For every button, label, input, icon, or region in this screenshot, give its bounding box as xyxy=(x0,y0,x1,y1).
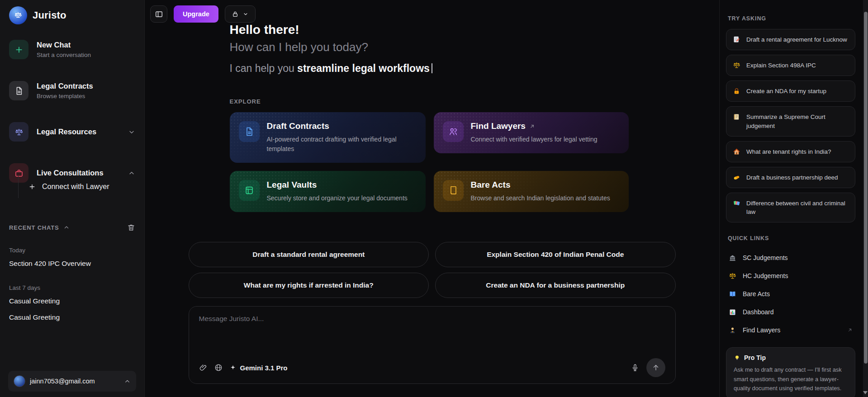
scrollbar-down-arrow[interactable] xyxy=(863,391,868,394)
pro-tip-body: Ask me to draft any contract — I'll firs… xyxy=(734,365,848,393)
card-desc: AI-powered contract drafting with verifi… xyxy=(267,135,417,154)
card-title: Draft Contracts xyxy=(267,121,417,131)
card-title: Bare Acts xyxy=(471,180,610,190)
card-draft-contracts[interactable]: Draft Contracts AI-powered contract draf… xyxy=(230,112,426,163)
arrow-up-icon xyxy=(652,364,660,372)
nav-label: New Chat xyxy=(37,41,91,49)
card-title: Legal Vaults xyxy=(267,180,408,190)
typing-line: I can help you streamline legal workflow… xyxy=(230,62,658,75)
card-bare-acts[interactable]: Bare Acts Browse and search Indian legis… xyxy=(434,171,629,212)
chevron-up-icon xyxy=(124,378,131,385)
quick-link-hc-judgements[interactable]: HC Judgements xyxy=(726,267,855,285)
card-find-lawyers[interactable]: Find Lawyers Connect with verified lawye… xyxy=(434,112,629,153)
privacy-dropdown[interactable] xyxy=(225,5,256,23)
sidebar-item-legal-contracts[interactable]: Legal Contracts Browse templates xyxy=(9,81,135,100)
lightbulb-icon xyxy=(734,354,740,361)
chat-group-label: Today xyxy=(9,247,135,254)
chat-list-item[interactable]: Section 420 IPC Overview xyxy=(8,255,136,272)
subnav-label: Connect with Lawyer xyxy=(42,183,109,191)
chat-list-item[interactable]: Casual Greeting xyxy=(8,293,136,309)
try-asking-item[interactable]: Draft a rental agreement for Lucknow xyxy=(726,29,855,50)
handshake-icon xyxy=(733,174,740,181)
card-legal-vaults[interactable]: Legal Vaults Securely store and organize… xyxy=(230,171,426,212)
bank-icon xyxy=(729,254,736,262)
pro-tip-card: Pro Tip Ask me to draft any contract — I… xyxy=(726,347,855,397)
nav-sub: Start a conversation xyxy=(37,52,91,58)
sidebar-item-connect-with-lawyer[interactable]: Connect with Lawyer xyxy=(27,179,136,194)
card-desc: Browse and search Indian legislation and… xyxy=(471,194,610,203)
upgrade-button[interactable]: Upgrade xyxy=(174,5,218,23)
memo-icon xyxy=(733,36,740,43)
account-menu[interactable]: jainn7053@gmail.com xyxy=(8,371,136,392)
send-button[interactable] xyxy=(646,358,665,377)
plus-icon xyxy=(28,183,36,190)
quick-link-bare-acts[interactable]: Bare Acts xyxy=(726,285,855,303)
quick-link-dashboard[interactable]: Dashboard xyxy=(726,303,855,321)
open-book-icon xyxy=(729,290,736,298)
users-icon xyxy=(443,121,464,142)
chevron-down-icon xyxy=(243,11,248,17)
chevron-down-icon[interactable] xyxy=(128,128,135,136)
suggestion-pill[interactable]: Draft a standard rental agreement xyxy=(189,242,429,267)
try-asking-item[interactable]: Difference between civil and criminal la… xyxy=(726,193,855,222)
sidebar-item-legal-resources[interactable]: Legal Resources xyxy=(9,122,135,142)
suggestion-pill[interactable]: Create an NDA for a business partnership xyxy=(435,273,676,298)
document-icon xyxy=(239,121,260,142)
main-chat-area: Upgrade Hello there! How can I help you … xyxy=(145,0,719,397)
arrow-up-right-icon xyxy=(529,123,535,129)
model-selector[interactable]: Gemini 3.1 Pro xyxy=(230,364,288,372)
chat-group-label: Last 7 days xyxy=(9,284,135,291)
live-consultations-subnav: Connect with Lawyer xyxy=(18,175,136,198)
card-desc: Connect with verified lawyers for legal … xyxy=(471,135,598,144)
plus-icon xyxy=(9,40,28,59)
try-asking-item[interactable]: Create an NDA for my startup xyxy=(726,80,855,102)
sparkle-icon xyxy=(230,364,236,371)
message-input[interactable] xyxy=(199,315,665,358)
scroll-icon xyxy=(733,113,740,121)
juristo-logo-icon xyxy=(9,6,27,24)
house-icon xyxy=(733,148,740,156)
card-title: Find Lawyers xyxy=(471,121,598,131)
recent-chats-title: RECENT CHATS xyxy=(9,224,59,231)
attachment-icon[interactable] xyxy=(199,364,207,372)
right-rail: TRY ASKING Draft a rental agreement for … xyxy=(719,0,868,397)
book-icon xyxy=(443,180,464,201)
arrow-up-right-icon xyxy=(847,327,853,333)
lock-icon xyxy=(232,10,239,18)
chart-icon xyxy=(729,308,736,316)
recent-chats-header: RECENT CHATS xyxy=(9,223,135,232)
main-toolbar: Upgrade xyxy=(150,5,256,23)
account-email: jainn7053@gmail.com xyxy=(30,378,95,385)
text-caret xyxy=(432,63,432,73)
scrollbar-thumb[interactable] xyxy=(864,12,868,364)
scales-icon xyxy=(9,122,28,142)
scales-icon xyxy=(733,61,740,69)
trash-icon[interactable] xyxy=(127,223,135,232)
lawyer-icon xyxy=(729,326,736,334)
vault-icon xyxy=(239,180,260,201)
scrollbar[interactable] xyxy=(863,0,868,397)
suggestion-pill[interactable]: What are my rights if arrested in India? xyxy=(189,273,429,298)
microphone-icon[interactable] xyxy=(631,364,639,372)
web-search-icon[interactable] xyxy=(214,364,223,372)
nav-label: Legal Contracts xyxy=(37,82,93,90)
pro-tip-title: Pro Tip xyxy=(744,354,766,361)
sidebar-toggle-button[interactable] xyxy=(150,5,167,23)
sidebar-item-new-chat[interactable]: New Chat Start a conversation xyxy=(9,40,135,59)
chat-list-item[interactable]: Casual Greeting xyxy=(8,309,136,326)
try-asking-item[interactable]: Explain Section 498A IPC xyxy=(726,55,855,76)
app-logo: Juristo xyxy=(9,6,135,24)
quick-link-sc-judgements[interactable]: SC Judgements xyxy=(726,249,855,267)
scales-icon xyxy=(729,272,736,280)
app-title: Juristo xyxy=(33,9,66,21)
nav-sub: Browse templates xyxy=(37,93,93,99)
chevron-up-icon[interactable] xyxy=(63,224,70,231)
suggestion-pill[interactable]: Explain Section 420 of Indian Penal Code xyxy=(435,242,676,267)
avatar xyxy=(14,375,25,387)
document-icon xyxy=(9,81,28,100)
quick-link-find-lawyers[interactable]: Find Lawyers xyxy=(726,321,855,339)
try-asking-item[interactable]: Draft a business partnership deed xyxy=(726,167,855,188)
try-asking-item[interactable]: Summarize a Supreme Court judgement xyxy=(726,106,855,136)
message-composer: Gemini 3.1 Pro xyxy=(189,306,676,384)
try-asking-item[interactable]: What are tenant rights in India? xyxy=(726,141,855,162)
